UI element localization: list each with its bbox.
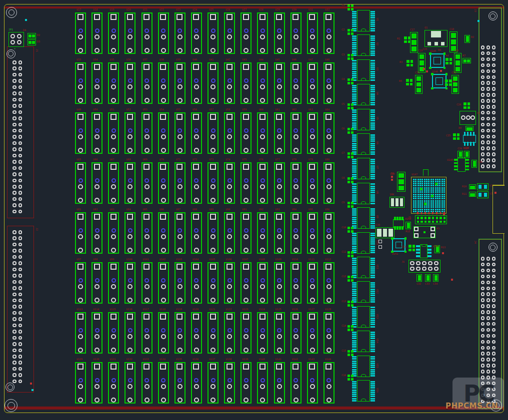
ic-notch xyxy=(361,102,366,105)
ref-label: Q1 xyxy=(424,26,428,29)
pad-round-blue xyxy=(144,278,149,283)
connector-pad xyxy=(481,93,485,97)
connector-pad xyxy=(492,123,496,127)
ref-label: U33 xyxy=(76,58,81,61)
connector-pad xyxy=(12,141,16,145)
pcb-canvas[interactable]: PC PHPCMS.CN U17U18U19U20U21U22U23U24U25… xyxy=(0,0,508,420)
bga-pad xyxy=(442,206,443,208)
cap-pad xyxy=(348,78,350,81)
pad-round xyxy=(178,148,182,153)
connector-pad xyxy=(12,349,16,353)
connector-pad xyxy=(18,123,22,127)
ic-pad xyxy=(370,227,375,229)
pad xyxy=(410,79,413,82)
ic-pad xyxy=(428,245,432,247)
ic-pad xyxy=(352,171,356,173)
bga-pad xyxy=(413,185,414,186)
pad xyxy=(420,60,424,65)
ic-pad xyxy=(394,217,396,220)
ic-pad xyxy=(370,250,375,251)
pad-round xyxy=(294,148,298,153)
ic-pad xyxy=(352,398,356,400)
ic-pad xyxy=(352,194,356,196)
ref-label: D2 xyxy=(37,34,40,36)
bga-pad xyxy=(422,198,423,199)
pad xyxy=(444,217,446,219)
pad-square xyxy=(243,114,249,120)
pad-round-blue xyxy=(112,228,116,233)
ic-pad xyxy=(370,299,375,301)
ic-footprint[interactable] xyxy=(458,158,466,172)
ref-label: U47 xyxy=(308,58,313,61)
ic-pad xyxy=(416,249,420,251)
pad-round xyxy=(194,284,199,289)
connector-pad xyxy=(492,75,496,79)
ic-pad xyxy=(370,89,375,90)
pad-round xyxy=(210,248,216,253)
ic-pad xyxy=(352,217,356,218)
ic-pad xyxy=(370,153,375,155)
ic-pad xyxy=(370,385,375,387)
cap-pad xyxy=(351,78,354,81)
ref-label: U53 xyxy=(143,108,148,111)
ref-label: U38 xyxy=(160,58,164,61)
ref-label: R10 xyxy=(462,185,466,188)
ref-label: C2 xyxy=(342,28,344,31)
connector-pad xyxy=(12,293,16,297)
ref-label: U112 xyxy=(325,258,331,261)
bga-pad xyxy=(413,200,414,202)
pad-round xyxy=(17,40,22,44)
ic-pad xyxy=(464,132,466,136)
ic-pad xyxy=(352,246,356,247)
pad-square xyxy=(94,214,100,220)
bga-pad xyxy=(439,198,440,199)
connector-pad xyxy=(12,361,16,365)
header-footprint[interactable] xyxy=(415,215,447,224)
ref-label: U88 xyxy=(192,208,197,211)
connector-pad xyxy=(12,79,16,83)
ic-pad xyxy=(370,200,375,202)
ref-label: U36 xyxy=(126,58,130,61)
bga-pad xyxy=(444,209,445,210)
ic-pad xyxy=(370,39,375,41)
ref-label: U102 xyxy=(160,258,166,261)
pad-round xyxy=(294,248,298,253)
pad xyxy=(436,221,438,223)
pad-square xyxy=(430,233,435,238)
connector-pad xyxy=(12,317,16,321)
bga-pad xyxy=(444,206,445,208)
bga-pad xyxy=(426,209,428,210)
pad xyxy=(464,59,466,62)
ic-pad xyxy=(370,264,375,265)
bga-pad xyxy=(422,202,423,204)
ref-label: R13 xyxy=(441,246,446,249)
ic-pad xyxy=(352,322,356,323)
pad-round xyxy=(78,98,83,103)
ic-notch xyxy=(422,244,426,247)
pad-round xyxy=(416,261,420,266)
pad xyxy=(478,185,482,189)
pad xyxy=(451,33,456,38)
ic-notch xyxy=(361,325,366,328)
connector-pad xyxy=(486,75,490,79)
ic-pad xyxy=(466,162,469,164)
pad-round-blue xyxy=(78,178,83,183)
connector-pad xyxy=(481,164,485,168)
connector-pad xyxy=(486,45,490,49)
bga-pad xyxy=(439,209,440,210)
pad-round xyxy=(434,267,438,271)
bga-pad xyxy=(418,206,419,208)
bga-pad xyxy=(439,179,440,180)
pad-round xyxy=(194,48,199,53)
bga-pad xyxy=(437,209,438,210)
ref-label: U29 xyxy=(276,8,280,11)
ic-pad xyxy=(370,336,375,337)
pad-round xyxy=(277,248,282,253)
pad-round-blue xyxy=(260,378,265,383)
pad-square xyxy=(378,240,382,243)
ic-pad xyxy=(370,79,375,81)
cap-pad xyxy=(348,276,350,278)
ref-label: U11 xyxy=(376,265,378,269)
bga-pad xyxy=(413,198,414,199)
pad-square xyxy=(430,227,435,231)
